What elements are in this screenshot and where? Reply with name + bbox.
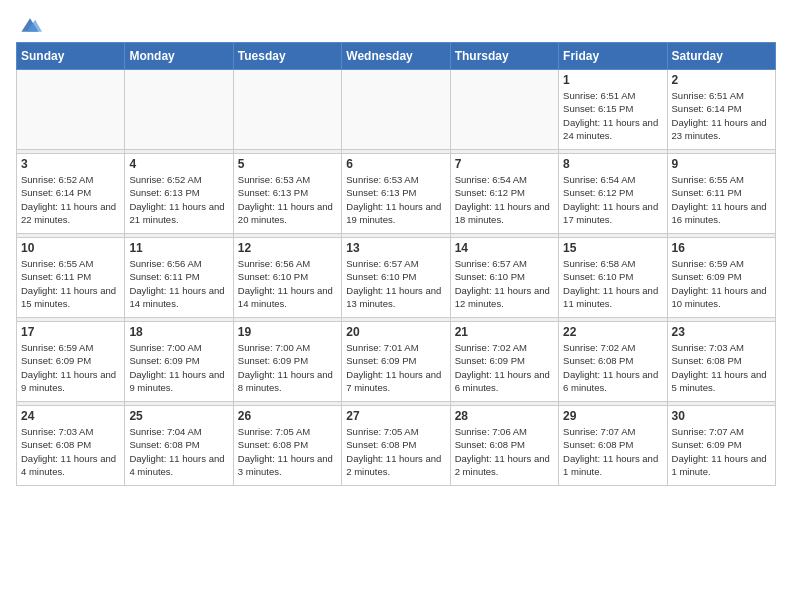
day-info: Sunrise: 7:02 AM Sunset: 6:08 PM Dayligh… (563, 341, 662, 394)
weekday-header-tuesday: Tuesday (233, 43, 341, 70)
week-row-3: 10Sunrise: 6:55 AM Sunset: 6:11 PM Dayli… (17, 238, 776, 318)
day-info: Sunrise: 6:51 AM Sunset: 6:15 PM Dayligh… (563, 89, 662, 142)
day-number: 29 (563, 409, 662, 423)
day-cell: 3Sunrise: 6:52 AM Sunset: 6:14 PM Daylig… (17, 154, 125, 234)
weekday-header-saturday: Saturday (667, 43, 775, 70)
day-number: 22 (563, 325, 662, 339)
day-info: Sunrise: 6:59 AM Sunset: 6:09 PM Dayligh… (21, 341, 120, 394)
day-cell (233, 70, 341, 150)
day-number: 15 (563, 241, 662, 255)
day-cell: 20Sunrise: 7:01 AM Sunset: 6:09 PM Dayli… (342, 322, 450, 402)
day-number: 6 (346, 157, 445, 171)
day-cell: 25Sunrise: 7:04 AM Sunset: 6:08 PM Dayli… (125, 406, 233, 486)
day-info: Sunrise: 6:52 AM Sunset: 6:13 PM Dayligh… (129, 173, 228, 226)
day-info: Sunrise: 6:54 AM Sunset: 6:12 PM Dayligh… (563, 173, 662, 226)
day-info: Sunrise: 6:56 AM Sunset: 6:10 PM Dayligh… (238, 257, 337, 310)
calendar-table: SundayMondayTuesdayWednesdayThursdayFrid… (16, 42, 776, 486)
day-info: Sunrise: 6:57 AM Sunset: 6:10 PM Dayligh… (455, 257, 554, 310)
weekday-header-sunday: Sunday (17, 43, 125, 70)
weekday-header-row: SundayMondayTuesdayWednesdayThursdayFrid… (17, 43, 776, 70)
day-cell: 26Sunrise: 7:05 AM Sunset: 6:08 PM Dayli… (233, 406, 341, 486)
day-cell: 21Sunrise: 7:02 AM Sunset: 6:09 PM Dayli… (450, 322, 558, 402)
day-cell: 19Sunrise: 7:00 AM Sunset: 6:09 PM Dayli… (233, 322, 341, 402)
day-cell: 27Sunrise: 7:05 AM Sunset: 6:08 PM Dayli… (342, 406, 450, 486)
day-number: 26 (238, 409, 337, 423)
day-cell: 18Sunrise: 7:00 AM Sunset: 6:09 PM Dayli… (125, 322, 233, 402)
day-number: 28 (455, 409, 554, 423)
day-number: 8 (563, 157, 662, 171)
day-number: 19 (238, 325, 337, 339)
day-number: 30 (672, 409, 771, 423)
day-cell: 4Sunrise: 6:52 AM Sunset: 6:13 PM Daylig… (125, 154, 233, 234)
day-info: Sunrise: 6:52 AM Sunset: 6:14 PM Dayligh… (21, 173, 120, 226)
day-info: Sunrise: 7:01 AM Sunset: 6:09 PM Dayligh… (346, 341, 445, 394)
day-number: 13 (346, 241, 445, 255)
weekday-header-monday: Monday (125, 43, 233, 70)
day-info: Sunrise: 6:53 AM Sunset: 6:13 PM Dayligh… (238, 173, 337, 226)
day-cell: 11Sunrise: 6:56 AM Sunset: 6:11 PM Dayli… (125, 238, 233, 318)
weekday-header-wednesday: Wednesday (342, 43, 450, 70)
weekday-header-thursday: Thursday (450, 43, 558, 70)
day-cell: 17Sunrise: 6:59 AM Sunset: 6:09 PM Dayli… (17, 322, 125, 402)
day-info: Sunrise: 7:03 AM Sunset: 6:08 PM Dayligh… (672, 341, 771, 394)
day-number: 23 (672, 325, 771, 339)
day-cell: 24Sunrise: 7:03 AM Sunset: 6:08 PM Dayli… (17, 406, 125, 486)
day-number: 25 (129, 409, 228, 423)
day-cell: 13Sunrise: 6:57 AM Sunset: 6:10 PM Dayli… (342, 238, 450, 318)
day-number: 3 (21, 157, 120, 171)
day-info: Sunrise: 7:06 AM Sunset: 6:08 PM Dayligh… (455, 425, 554, 478)
day-number: 4 (129, 157, 228, 171)
logo-icon (18, 16, 42, 34)
day-cell: 23Sunrise: 7:03 AM Sunset: 6:08 PM Dayli… (667, 322, 775, 402)
day-cell: 14Sunrise: 6:57 AM Sunset: 6:10 PM Dayli… (450, 238, 558, 318)
day-info: Sunrise: 6:58 AM Sunset: 6:10 PM Dayligh… (563, 257, 662, 310)
day-info: Sunrise: 6:53 AM Sunset: 6:13 PM Dayligh… (346, 173, 445, 226)
week-row-1: 1Sunrise: 6:51 AM Sunset: 6:15 PM Daylig… (17, 70, 776, 150)
day-info: Sunrise: 6:56 AM Sunset: 6:11 PM Dayligh… (129, 257, 228, 310)
day-info: Sunrise: 6:54 AM Sunset: 6:12 PM Dayligh… (455, 173, 554, 226)
day-info: Sunrise: 6:57 AM Sunset: 6:10 PM Dayligh… (346, 257, 445, 310)
day-cell: 9Sunrise: 6:55 AM Sunset: 6:11 PM Daylig… (667, 154, 775, 234)
day-info: Sunrise: 7:05 AM Sunset: 6:08 PM Dayligh… (238, 425, 337, 478)
header (16, 16, 776, 34)
day-info: Sunrise: 7:00 AM Sunset: 6:09 PM Dayligh… (238, 341, 337, 394)
day-number: 17 (21, 325, 120, 339)
day-number: 14 (455, 241, 554, 255)
day-info: Sunrise: 7:00 AM Sunset: 6:09 PM Dayligh… (129, 341, 228, 394)
logo (16, 16, 42, 34)
day-info: Sunrise: 6:59 AM Sunset: 6:09 PM Dayligh… (672, 257, 771, 310)
day-cell: 16Sunrise: 6:59 AM Sunset: 6:09 PM Dayli… (667, 238, 775, 318)
day-cell: 15Sunrise: 6:58 AM Sunset: 6:10 PM Dayli… (559, 238, 667, 318)
day-cell: 1Sunrise: 6:51 AM Sunset: 6:15 PM Daylig… (559, 70, 667, 150)
day-number: 10 (21, 241, 120, 255)
day-info: Sunrise: 7:02 AM Sunset: 6:09 PM Dayligh… (455, 341, 554, 394)
day-info: Sunrise: 7:03 AM Sunset: 6:08 PM Dayligh… (21, 425, 120, 478)
day-info: Sunrise: 6:51 AM Sunset: 6:14 PM Dayligh… (672, 89, 771, 142)
weekday-header-friday: Friday (559, 43, 667, 70)
day-cell: 8Sunrise: 6:54 AM Sunset: 6:12 PM Daylig… (559, 154, 667, 234)
day-number: 5 (238, 157, 337, 171)
day-number: 27 (346, 409, 445, 423)
day-number: 1 (563, 73, 662, 87)
day-number: 12 (238, 241, 337, 255)
day-number: 20 (346, 325, 445, 339)
day-number: 18 (129, 325, 228, 339)
week-row-4: 17Sunrise: 6:59 AM Sunset: 6:09 PM Dayli… (17, 322, 776, 402)
day-number: 16 (672, 241, 771, 255)
day-cell: 12Sunrise: 6:56 AM Sunset: 6:10 PM Dayli… (233, 238, 341, 318)
day-info: Sunrise: 7:07 AM Sunset: 6:09 PM Dayligh… (672, 425, 771, 478)
day-cell: 5Sunrise: 6:53 AM Sunset: 6:13 PM Daylig… (233, 154, 341, 234)
day-info: Sunrise: 6:55 AM Sunset: 6:11 PM Dayligh… (672, 173, 771, 226)
day-info: Sunrise: 6:55 AM Sunset: 6:11 PM Dayligh… (21, 257, 120, 310)
day-cell: 28Sunrise: 7:06 AM Sunset: 6:08 PM Dayli… (450, 406, 558, 486)
day-cell: 22Sunrise: 7:02 AM Sunset: 6:08 PM Dayli… (559, 322, 667, 402)
week-row-2: 3Sunrise: 6:52 AM Sunset: 6:14 PM Daylig… (17, 154, 776, 234)
day-number: 24 (21, 409, 120, 423)
day-number: 21 (455, 325, 554, 339)
day-cell: 10Sunrise: 6:55 AM Sunset: 6:11 PM Dayli… (17, 238, 125, 318)
day-cell: 6Sunrise: 6:53 AM Sunset: 6:13 PM Daylig… (342, 154, 450, 234)
day-cell: 29Sunrise: 7:07 AM Sunset: 6:08 PM Dayli… (559, 406, 667, 486)
day-number: 9 (672, 157, 771, 171)
day-number: 2 (672, 73, 771, 87)
day-info: Sunrise: 7:05 AM Sunset: 6:08 PM Dayligh… (346, 425, 445, 478)
